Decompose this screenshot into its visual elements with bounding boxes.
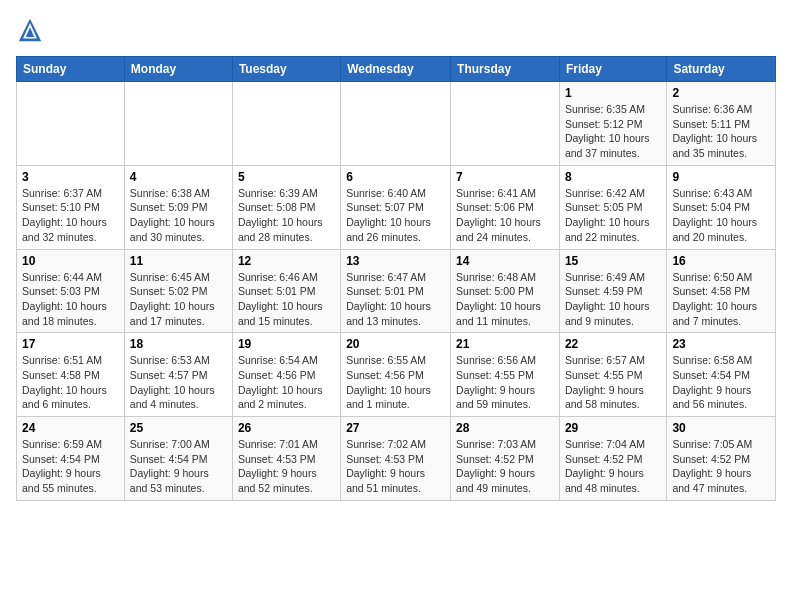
day-number: 14	[456, 254, 554, 268]
day-number: 2	[672, 86, 770, 100]
calendar-week: 24Sunrise: 6:59 AM Sunset: 4:54 PM Dayli…	[17, 417, 776, 501]
logo-icon	[16, 16, 44, 44]
day-info: Sunrise: 6:59 AM Sunset: 4:54 PM Dayligh…	[22, 437, 119, 496]
day-info: Sunrise: 7:00 AM Sunset: 4:54 PM Dayligh…	[130, 437, 227, 496]
day-info: Sunrise: 6:35 AM Sunset: 5:12 PM Dayligh…	[565, 102, 661, 161]
calendar-table: SundayMondayTuesdayWednesdayThursdayFrid…	[16, 56, 776, 501]
day-info: Sunrise: 6:37 AM Sunset: 5:10 PM Dayligh…	[22, 186, 119, 245]
day-info: Sunrise: 6:38 AM Sunset: 5:09 PM Dayligh…	[130, 186, 227, 245]
calendar-cell: 29Sunrise: 7:04 AM Sunset: 4:52 PM Dayli…	[559, 417, 666, 501]
weekday-header: Thursday	[451, 57, 560, 82]
day-info: Sunrise: 7:02 AM Sunset: 4:53 PM Dayligh…	[346, 437, 445, 496]
day-info: Sunrise: 6:45 AM Sunset: 5:02 PM Dayligh…	[130, 270, 227, 329]
day-info: Sunrise: 6:57 AM Sunset: 4:55 PM Dayligh…	[565, 353, 661, 412]
day-number: 22	[565, 337, 661, 351]
day-number: 13	[346, 254, 445, 268]
calendar-cell: 13Sunrise: 6:47 AM Sunset: 5:01 PM Dayli…	[341, 249, 451, 333]
logo	[16, 16, 48, 44]
calendar-cell: 4Sunrise: 6:38 AM Sunset: 5:09 PM Daylig…	[124, 165, 232, 249]
day-info: Sunrise: 6:42 AM Sunset: 5:05 PM Dayligh…	[565, 186, 661, 245]
calendar-cell: 27Sunrise: 7:02 AM Sunset: 4:53 PM Dayli…	[341, 417, 451, 501]
calendar-cell: 20Sunrise: 6:55 AM Sunset: 4:56 PM Dayli…	[341, 333, 451, 417]
day-number: 17	[22, 337, 119, 351]
calendar-cell: 25Sunrise: 7:00 AM Sunset: 4:54 PM Dayli…	[124, 417, 232, 501]
weekday-header: Tuesday	[232, 57, 340, 82]
day-info: Sunrise: 6:49 AM Sunset: 4:59 PM Dayligh…	[565, 270, 661, 329]
day-number: 24	[22, 421, 119, 435]
day-info: Sunrise: 7:04 AM Sunset: 4:52 PM Dayligh…	[565, 437, 661, 496]
calendar-cell: 5Sunrise: 6:39 AM Sunset: 5:08 PM Daylig…	[232, 165, 340, 249]
day-info: Sunrise: 6:47 AM Sunset: 5:01 PM Dayligh…	[346, 270, 445, 329]
day-number: 21	[456, 337, 554, 351]
calendar-cell: 15Sunrise: 6:49 AM Sunset: 4:59 PM Dayli…	[559, 249, 666, 333]
calendar-cell	[232, 82, 340, 166]
day-number: 9	[672, 170, 770, 184]
day-number: 10	[22, 254, 119, 268]
calendar-week: 17Sunrise: 6:51 AM Sunset: 4:58 PM Dayli…	[17, 333, 776, 417]
day-info: Sunrise: 6:48 AM Sunset: 5:00 PM Dayligh…	[456, 270, 554, 329]
calendar-header: SundayMondayTuesdayWednesdayThursdayFrid…	[17, 57, 776, 82]
day-info: Sunrise: 7:03 AM Sunset: 4:52 PM Dayligh…	[456, 437, 554, 496]
calendar-cell	[451, 82, 560, 166]
calendar-cell: 28Sunrise: 7:03 AM Sunset: 4:52 PM Dayli…	[451, 417, 560, 501]
day-number: 12	[238, 254, 335, 268]
day-info: Sunrise: 6:41 AM Sunset: 5:06 PM Dayligh…	[456, 186, 554, 245]
day-info: Sunrise: 7:01 AM Sunset: 4:53 PM Dayligh…	[238, 437, 335, 496]
day-info: Sunrise: 6:46 AM Sunset: 5:01 PM Dayligh…	[238, 270, 335, 329]
day-number: 19	[238, 337, 335, 351]
calendar-cell	[124, 82, 232, 166]
day-number: 16	[672, 254, 770, 268]
calendar-week: 3Sunrise: 6:37 AM Sunset: 5:10 PM Daylig…	[17, 165, 776, 249]
calendar-cell: 10Sunrise: 6:44 AM Sunset: 5:03 PM Dayli…	[17, 249, 125, 333]
day-info: Sunrise: 6:44 AM Sunset: 5:03 PM Dayligh…	[22, 270, 119, 329]
day-info: Sunrise: 6:43 AM Sunset: 5:04 PM Dayligh…	[672, 186, 770, 245]
calendar-cell: 14Sunrise: 6:48 AM Sunset: 5:00 PM Dayli…	[451, 249, 560, 333]
day-info: Sunrise: 6:53 AM Sunset: 4:57 PM Dayligh…	[130, 353, 227, 412]
calendar-cell: 16Sunrise: 6:50 AM Sunset: 4:58 PM Dayli…	[667, 249, 776, 333]
calendar-week: 1Sunrise: 6:35 AM Sunset: 5:12 PM Daylig…	[17, 82, 776, 166]
day-number: 26	[238, 421, 335, 435]
day-info: Sunrise: 6:54 AM Sunset: 4:56 PM Dayligh…	[238, 353, 335, 412]
day-info: Sunrise: 6:36 AM Sunset: 5:11 PM Dayligh…	[672, 102, 770, 161]
day-number: 20	[346, 337, 445, 351]
calendar-cell: 8Sunrise: 6:42 AM Sunset: 5:05 PM Daylig…	[559, 165, 666, 249]
day-info: Sunrise: 6:40 AM Sunset: 5:07 PM Dayligh…	[346, 186, 445, 245]
calendar-week: 10Sunrise: 6:44 AM Sunset: 5:03 PM Dayli…	[17, 249, 776, 333]
day-number: 30	[672, 421, 770, 435]
day-number: 8	[565, 170, 661, 184]
calendar-cell: 11Sunrise: 6:45 AM Sunset: 5:02 PM Dayli…	[124, 249, 232, 333]
calendar-cell: 26Sunrise: 7:01 AM Sunset: 4:53 PM Dayli…	[232, 417, 340, 501]
calendar-cell: 2Sunrise: 6:36 AM Sunset: 5:11 PM Daylig…	[667, 82, 776, 166]
day-info: Sunrise: 6:55 AM Sunset: 4:56 PM Dayligh…	[346, 353, 445, 412]
calendar-cell	[17, 82, 125, 166]
day-info: Sunrise: 7:05 AM Sunset: 4:52 PM Dayligh…	[672, 437, 770, 496]
calendar-cell: 23Sunrise: 6:58 AM Sunset: 4:54 PM Dayli…	[667, 333, 776, 417]
day-info: Sunrise: 6:50 AM Sunset: 4:58 PM Dayligh…	[672, 270, 770, 329]
day-number: 15	[565, 254, 661, 268]
day-number: 11	[130, 254, 227, 268]
day-info: Sunrise: 6:58 AM Sunset: 4:54 PM Dayligh…	[672, 353, 770, 412]
weekday-header: Monday	[124, 57, 232, 82]
weekday-header: Sunday	[17, 57, 125, 82]
day-number: 28	[456, 421, 554, 435]
day-info: Sunrise: 6:51 AM Sunset: 4:58 PM Dayligh…	[22, 353, 119, 412]
weekday-header: Saturday	[667, 57, 776, 82]
day-info: Sunrise: 6:56 AM Sunset: 4:55 PM Dayligh…	[456, 353, 554, 412]
calendar-cell: 19Sunrise: 6:54 AM Sunset: 4:56 PM Dayli…	[232, 333, 340, 417]
day-number: 7	[456, 170, 554, 184]
day-info: Sunrise: 6:39 AM Sunset: 5:08 PM Dayligh…	[238, 186, 335, 245]
day-number: 23	[672, 337, 770, 351]
weekday-header: Wednesday	[341, 57, 451, 82]
calendar-cell: 9Sunrise: 6:43 AM Sunset: 5:04 PM Daylig…	[667, 165, 776, 249]
calendar-cell	[341, 82, 451, 166]
day-number: 1	[565, 86, 661, 100]
calendar-cell: 6Sunrise: 6:40 AM Sunset: 5:07 PM Daylig…	[341, 165, 451, 249]
day-number: 29	[565, 421, 661, 435]
calendar-cell: 22Sunrise: 6:57 AM Sunset: 4:55 PM Dayli…	[559, 333, 666, 417]
calendar-cell: 7Sunrise: 6:41 AM Sunset: 5:06 PM Daylig…	[451, 165, 560, 249]
calendar-cell: 3Sunrise: 6:37 AM Sunset: 5:10 PM Daylig…	[17, 165, 125, 249]
calendar-cell: 18Sunrise: 6:53 AM Sunset: 4:57 PM Dayli…	[124, 333, 232, 417]
calendar-cell: 1Sunrise: 6:35 AM Sunset: 5:12 PM Daylig…	[559, 82, 666, 166]
calendar-cell: 12Sunrise: 6:46 AM Sunset: 5:01 PM Dayli…	[232, 249, 340, 333]
day-number: 5	[238, 170, 335, 184]
